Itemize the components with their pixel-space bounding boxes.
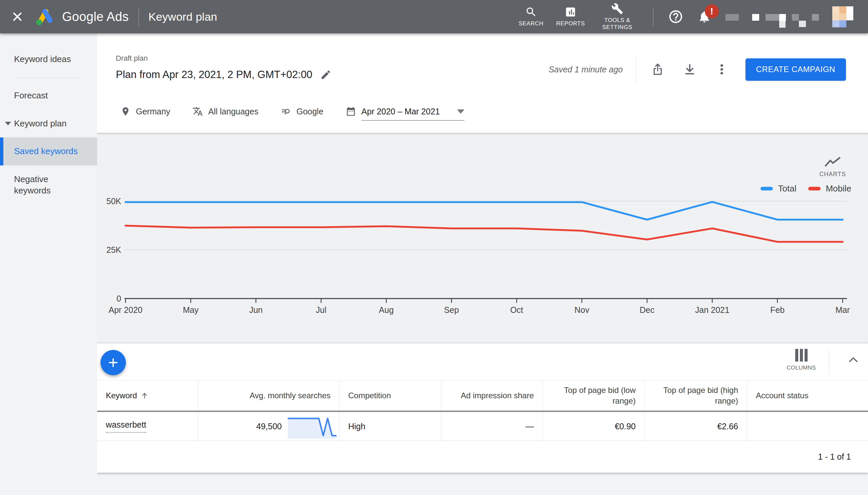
- svg-text:Sep: Sep: [444, 305, 459, 314]
- sidebar-divider: [16, 78, 80, 78]
- svg-text:25K: 25K: [107, 245, 121, 255]
- google-ads-logo-icon: [35, 7, 55, 26]
- plan-title: Plan from Apr 23, 2021, 2 PM, GMT+02:00: [116, 69, 312, 81]
- columns-icon: [795, 349, 807, 362]
- dropdown-caret-icon: [457, 109, 464, 114]
- svg-text:50K: 50K: [107, 197, 121, 206]
- calendar-icon: [345, 106, 356, 117]
- sidebar-item-forecast[interactable]: Forecast: [0, 82, 97, 110]
- svg-text:Aug: Aug: [379, 305, 394, 314]
- edit-plan-name-button[interactable]: [319, 68, 333, 82]
- collapse-table-button[interactable]: [847, 356, 859, 363]
- language-filter[interactable]: All languages: [192, 106, 258, 117]
- filters-bar: Germany All languages Google Apr 202: [120, 106, 487, 117]
- nav-search-button[interactable]: SEARCH: [519, 6, 543, 27]
- share-icon: [651, 62, 665, 76]
- saved-status: Saved 1 minute ago: [548, 65, 623, 74]
- table-toolbar: + COLUMNS: [97, 344, 868, 380]
- svg-text:Apr 2020: Apr 2020: [109, 305, 142, 314]
- cell-competition: High: [340, 412, 441, 441]
- column-header-top-of-page-bid-high[interactable]: Top of page bid (high range): [645, 380, 747, 411]
- search-icon: [525, 6, 537, 18]
- plan-header: Draft plan Plan from Apr 23, 2021, 2 PM,…: [97, 33, 868, 133]
- searches-sparkline: [287, 414, 337, 439]
- sidebar-item-keyword-plan[interactable]: Keyword plan: [0, 110, 97, 138]
- svg-text:Mar: Mar: [835, 305, 850, 314]
- svg-text:Nov: Nov: [575, 305, 590, 314]
- cell-avg-monthly-searches: 49,500: [198, 412, 340, 441]
- cell-top-of-page-bid-high: €2.66: [645, 412, 747, 441]
- sidebar-item-saved-keywords[interactable]: Saved keywords: [0, 137, 97, 166]
- cell-ad-impression-share: —: [441, 412, 543, 441]
- notifications-button[interactable]: !: [698, 10, 711, 24]
- sidebar: Keyword ideas Forecast Keyword plan Save…: [0, 33, 97, 495]
- wrench-icon: [611, 3, 623, 15]
- brand-name: Google Ads: [62, 10, 129, 24]
- svg-text:May: May: [183, 305, 199, 314]
- column-header-ad-impression-share[interactable]: Ad impression share: [441, 380, 543, 411]
- svg-text:Jan 2021: Jan 2021: [695, 305, 730, 314]
- column-header-keyword[interactable]: Keyword: [97, 380, 198, 411]
- plus-icon: +: [108, 353, 118, 372]
- sidebar-item-keyword-ideas[interactable]: Keyword ideas: [0, 45, 97, 73]
- sidebar-item-negative-keywords[interactable]: Negative keywords: [0, 166, 97, 205]
- add-keywords-button[interactable]: +: [100, 350, 126, 375]
- date-range-filter[interactable]: Apr 2020 – Mar 2021: [345, 106, 465, 117]
- line-chart: 025K50KApr 2020MayJunJulAugSepOctNovDecJ…: [97, 133, 868, 344]
- close-icon[interactable]: [9, 8, 26, 25]
- topbar: Google Ads Keyword plan SEARCH REPORTS T…: [0, 0, 868, 33]
- share-button[interactable]: [649, 61, 666, 78]
- sort-arrow-up-icon: [140, 391, 149, 400]
- chevron-up-icon: [847, 356, 859, 363]
- avatar[interactable]: [832, 6, 853, 27]
- topbar-nav: SEARCH REPORTS TOOLS & SETTINGS: [519, 3, 650, 31]
- toolbar-divider: [829, 349, 829, 374]
- pagination: 1 - 1 of 1: [97, 441, 868, 473]
- network-filter[interactable]: Google: [280, 106, 324, 117]
- table-row[interactable]: wasserbett 49,500 High — €0.90 €2.66: [97, 412, 868, 441]
- download-button[interactable]: [682, 61, 698, 78]
- keyword-text[interactable]: wasserbett: [106, 420, 146, 433]
- date-range-value: Apr 2020 – Mar 2021: [362, 107, 440, 116]
- redacted-account-info: [725, 6, 819, 27]
- svg-text:Jun: Jun: [249, 305, 262, 314]
- create-campaign-button[interactable]: CREATE CAMPAIGN: [746, 58, 846, 81]
- table-header-row: Keyword Avg. monthly searches Competitio…: [97, 380, 868, 412]
- more-vert-icon: [715, 62, 729, 76]
- svg-text:0: 0: [116, 294, 121, 303]
- chevron-down-icon: [5, 122, 11, 125]
- results-card: + COLUMNS Keyword Avg. monthly searches: [97, 344, 868, 473]
- topbar-divider: [138, 7, 139, 26]
- plan-actions: Saved 1 minute ago CREATE CAMPAIGN: [548, 57, 846, 82]
- svg-text:Dec: Dec: [640, 305, 654, 314]
- translate-icon: [192, 106, 203, 117]
- help-button[interactable]: [668, 9, 683, 24]
- column-header-top-of-page-bid-low[interactable]: Top of page bid (low range): [543, 380, 645, 411]
- help-icon: [668, 9, 683, 24]
- pencil-icon: [320, 69, 331, 80]
- svg-text:Feb: Feb: [770, 305, 785, 314]
- svg-text:Oct: Oct: [510, 305, 523, 314]
- download-icon: [683, 62, 697, 76]
- location-pin-icon: [120, 106, 131, 116]
- nav-reports-button[interactable]: REPORTS: [556, 6, 585, 27]
- more-options-button[interactable]: [714, 61, 730, 78]
- location-filter[interactable]: Germany: [120, 106, 170, 116]
- pagination-text: 1 - 1 of 1: [818, 452, 851, 462]
- cell-account-status: [747, 412, 868, 441]
- chart-section: CHARTS Total Mobile 025K50KApr 2020MayJu…: [97, 133, 868, 344]
- columns-button[interactable]: COLUMNS: [787, 349, 816, 371]
- column-header-account-status[interactable]: Account status: [747, 380, 868, 411]
- column-header-competition[interactable]: Competition: [340, 380, 441, 411]
- reports-icon: [564, 6, 576, 18]
- search-lines-icon: [280, 106, 291, 117]
- svg-text:Jul: Jul: [316, 305, 327, 314]
- page-title: Keyword plan: [148, 10, 217, 23]
- cell-keyword: wasserbett: [97, 412, 198, 441]
- notification-badge: !: [705, 4, 719, 18]
- actions-divider: [636, 57, 636, 82]
- column-header-avg-monthly-searches[interactable]: Avg. monthly searches: [198, 380, 340, 411]
- topbar-divider-2: [653, 8, 653, 26]
- cell-top-of-page-bid-low: €0.90: [543, 412, 645, 441]
- nav-tools-settings-button[interactable]: TOOLS & SETTINGS: [597, 3, 637, 31]
